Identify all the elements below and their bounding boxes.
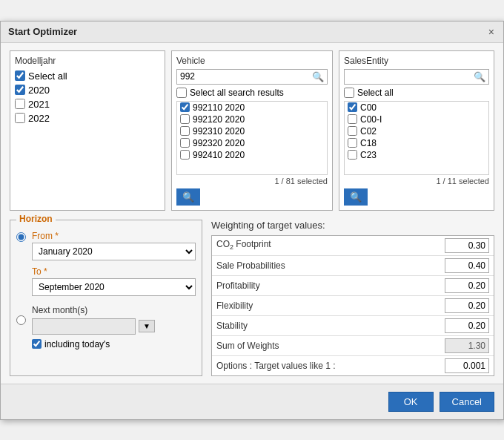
top-section: Modelljahr Select all 2020 2021 2022 <box>10 50 494 211</box>
sales-entity-panel: SalesEntity 🔍 Select all C00 <box>339 50 494 211</box>
modelljahr-checkbox-2022[interactable] <box>15 113 25 123</box>
list-item: C00-I <box>345 114 488 125</box>
vehicle-selected-count: 1 / 81 selected <box>176 177 328 185</box>
weighting-title: Weighting of target values: <box>211 220 494 231</box>
vehicle-panel: Vehicle 🔍 Select all search results 9921… <box>171 50 333 211</box>
sales-item-checkbox-C00[interactable] <box>348 102 357 112</box>
weighting-row-options: Options : Target values like 1 : <box>212 356 494 375</box>
vehicle-search-box: 🔍 <box>176 69 328 85</box>
including-today-label: including today's <box>44 339 110 349</box>
sales-search-icon-btn[interactable]: 🔍 <box>474 71 485 82</box>
horizon-content: From * January 2020 To * <box>16 231 196 349</box>
next-months-chevron-btn[interactable]: ▼ <box>139 320 155 332</box>
vehicle-item-label-4: 992410 2020 <box>193 150 245 160</box>
weighting-input-options[interactable] <box>445 358 489 373</box>
cancel-button[interactable]: Cancel <box>440 392 494 412</box>
vehicle-item-checkbox-0[interactable] <box>180 102 190 112</box>
dialog-title: Start Optimizer <box>8 26 77 37</box>
weighting-input-stability[interactable] <box>445 318 489 333</box>
bottom-section: Horizon From * January 2020 <box>10 220 494 376</box>
sales-select-all-checkbox[interactable] <box>344 88 354 98</box>
close-button[interactable]: × <box>487 26 496 38</box>
weighting-row-flexibility: Flexibility <box>212 296 494 316</box>
vehicle-item-checkbox-3[interactable] <box>180 138 190 148</box>
list-item: 992410 2020 <box>177 149 327 161</box>
vehicle-item-checkbox-4[interactable] <box>180 150 190 160</box>
list-item: 992320 2020 <box>177 137 327 149</box>
weighting-input-flexibility[interactable] <box>445 298 489 313</box>
including-today-row: including today's <box>32 339 196 349</box>
list-item: 992120 2020 <box>177 114 327 125</box>
weighting-row-profitability: Profitability <box>212 276 494 296</box>
list-item: C00 <box>345 102 488 114</box>
modelljahr-checkbox-2020[interactable] <box>15 85 25 95</box>
next-months-input-row: ▼ <box>32 318 196 335</box>
weighting-input-profitability[interactable] <box>445 278 489 293</box>
vehicle-select-all-label: Select all search results <box>190 88 284 98</box>
horizon-dates-radio[interactable] <box>16 232 26 242</box>
modelljahr-panel: Modelljahr Select all 2020 2021 2022 <box>10 50 165 211</box>
vehicle-search-input[interactable] <box>180 71 312 82</box>
vehicle-list[interactable]: 992110 2020 992120 2020 992310 2020 9923… <box>176 101 328 175</box>
modelljahr-item-2021: 2021 <box>15 97 160 111</box>
weighting-input-sale[interactable] <box>445 258 489 273</box>
sales-item-checkbox-C00I[interactable] <box>348 114 357 124</box>
sales-advanced-search-btn[interactable]: 🔍 <box>344 188 368 206</box>
sales-item-checkbox-C18[interactable] <box>348 138 357 148</box>
modelljahr-checkbox-2021[interactable] <box>15 99 25 109</box>
vehicle-item-checkbox-1[interactable] <box>180 114 190 124</box>
vehicle-item-label-2: 992310 2020 <box>193 126 245 137</box>
vehicle-select-all-row: Select all search results <box>176 88 328 98</box>
next-months-input[interactable] <box>32 318 136 335</box>
sales-item-label-C02: C02 <box>360 126 377 137</box>
weighting-label-sale: Sale Probabilities <box>216 260 445 271</box>
to-dropdown-row: September 2020 <box>32 278 196 296</box>
dialog-titlebar: Start Optimizer × <box>1 22 503 43</box>
next-months-label: Next month(s) <box>32 305 196 315</box>
from-dropdown[interactable]: January 2020 <box>32 243 196 260</box>
weighting-label-options: Options : Target values like 1 : <box>216 361 445 371</box>
sales-item-label-C00: C00 <box>360 102 377 113</box>
vehicle-advanced-search-btn[interactable]: 🔍 <box>176 188 200 206</box>
horizon-months-radio[interactable] <box>16 315 26 325</box>
weighting-input-co2[interactable] <box>445 238 489 253</box>
modelljahr-select-all-label: Select all <box>28 70 67 82</box>
sales-entity-label: SalesEntity <box>344 56 489 66</box>
including-today-checkbox[interactable] <box>32 339 42 349</box>
from-dropdown-row: January 2020 <box>32 243 196 260</box>
vehicle-item-label-0: 992110 2020 <box>193 102 245 113</box>
from-label: From * <box>32 231 196 241</box>
list-item: C23 <box>345 149 488 161</box>
sales-item-label-C18: C18 <box>360 138 377 148</box>
modelljahr-select-all-checkbox[interactable] <box>15 70 25 81</box>
modelljahr-value-2020: 2020 <box>28 85 50 96</box>
vehicle-item-label-3: 992320 2020 <box>193 138 245 148</box>
modelljahr-select-all-row: Select all <box>15 69 160 83</box>
vehicle-label: Vehicle <box>176 56 328 66</box>
modelljahr-value-2022: 2022 <box>28 113 50 124</box>
ok-button[interactable]: OK <box>388 392 434 412</box>
sales-item-checkbox-C23[interactable] <box>348 150 357 160</box>
modelljahr-item-2020: 2020 <box>15 83 160 97</box>
vehicle-search-icon-btn[interactable]: 🔍 <box>312 71 324 82</box>
vehicle-item-checkbox-2[interactable] <box>180 126 190 136</box>
to-dropdown[interactable]: September 2020 <box>32 278 196 296</box>
sales-list[interactable]: C00 C00-I C02 C18 <box>344 101 489 175</box>
sales-item-label-C23: C23 <box>360 150 377 160</box>
weighting-table: CO2 Footprint Sale Probabilities Profita… <box>211 235 494 376</box>
vehicle-select-all-checkbox[interactable] <box>176 88 187 98</box>
weighting-row-co2: CO2 Footprint <box>212 236 494 256</box>
weighting-row-sale: Sale Probabilities <box>212 256 494 276</box>
sales-select-all-row: Select all <box>344 88 489 98</box>
modelljahr-label: Modelljahr <box>15 56 160 66</box>
sales-select-all-label: Select all <box>357 88 394 98</box>
weighting-input-sum <box>445 338 489 353</box>
list-item: 992110 2020 <box>177 102 327 114</box>
sales-selected-count: 1 / 11 selected <box>344 177 489 185</box>
sales-item-checkbox-C02[interactable] <box>348 126 357 136</box>
horizon-panel: Horizon From * January 2020 <box>10 220 202 376</box>
weighting-label-co2: CO2 Footprint <box>216 239 445 251</box>
sales-item-label-C00I: C00-I <box>360 114 382 125</box>
weighting-row-sum: Sum of Weights <box>212 336 494 356</box>
sales-search-input[interactable] <box>348 71 474 82</box>
